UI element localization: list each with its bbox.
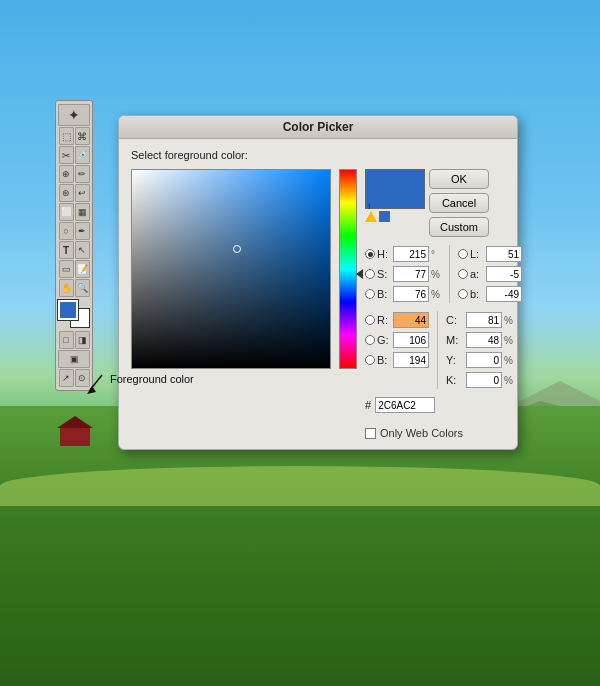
y-input[interactable] bbox=[466, 352, 502, 368]
g-label: G: bbox=[377, 334, 391, 346]
r-input[interactable] bbox=[393, 312, 429, 328]
web-colors-row: Only Web Colors bbox=[365, 423, 522, 439]
b-lab-row: b: bbox=[458, 285, 522, 303]
hue-row: H: ° bbox=[365, 245, 441, 263]
color-field-overlay bbox=[132, 170, 330, 368]
l-label: L: bbox=[470, 248, 484, 260]
tool-type[interactable]: T bbox=[59, 241, 74, 259]
hex-label: # bbox=[365, 399, 371, 411]
rgb-fields: R: G: B: bbox=[365, 311, 429, 389]
c-input[interactable] bbox=[466, 312, 502, 328]
tool-brush[interactable]: ✏ bbox=[75, 165, 90, 183]
b-lab-input[interactable] bbox=[486, 286, 522, 302]
bri-unit: % bbox=[431, 289, 441, 300]
r-radio[interactable] bbox=[365, 315, 375, 325]
tool-standard-mode[interactable]: □ bbox=[59, 331, 74, 349]
tool-row-mode: □ ◨ bbox=[59, 331, 90, 349]
tool-row-1: ⬚ ⌘ bbox=[59, 127, 90, 145]
g-input[interactable] bbox=[393, 332, 429, 348]
y-row: Y: % bbox=[446, 351, 514, 369]
sat-unit: % bbox=[431, 269, 441, 280]
toolbar: ✦ ⬚ ⌘ ✂ 💉 ⊕ ✏ ⊛ ↩ ⬜ ▦ ○ ✒ T ↖ ▭ 📝 ✋ 🔍 □ bbox=[55, 100, 93, 391]
foreground-color-swatch[interactable] bbox=[58, 300, 78, 320]
b-lab-radio[interactable] bbox=[458, 289, 468, 299]
tool-select-direct[interactable]: ↖ bbox=[75, 241, 90, 259]
r-row: R: bbox=[365, 311, 429, 329]
tool-row-6: ○ ✒ bbox=[59, 222, 90, 240]
hex-input[interactable] bbox=[375, 397, 435, 413]
b-rgb-input[interactable] bbox=[393, 352, 429, 368]
bri-input[interactable] bbox=[393, 286, 429, 302]
l-input[interactable] bbox=[486, 246, 522, 262]
custom-button[interactable]: Custom bbox=[429, 217, 489, 237]
barn bbox=[60, 426, 90, 446]
tool-row-8: ▭ 📝 bbox=[59, 260, 90, 278]
hue-radio[interactable] bbox=[365, 249, 375, 259]
right-panel: ! OK Cancel Custom bbox=[365, 169, 522, 439]
gamut-warning: ! bbox=[365, 211, 425, 222]
k-unit: % bbox=[504, 375, 514, 386]
hue-input[interactable] bbox=[393, 246, 429, 262]
hex-row: # bbox=[365, 397, 522, 413]
svg-marker-3 bbox=[87, 386, 96, 394]
tool-row-7: T ↖ bbox=[59, 241, 90, 259]
spectrum-slider[interactable] bbox=[339, 169, 357, 369]
btn-area: OK Cancel Custom bbox=[429, 169, 489, 237]
tool-history[interactable]: ↩ bbox=[75, 184, 90, 202]
fields-section: H: ° S: % B: bbox=[365, 245, 522, 303]
arrow-annotation bbox=[82, 370, 112, 403]
b-radio[interactable] bbox=[365, 355, 375, 365]
sat-input[interactable] bbox=[393, 266, 429, 282]
tool-shape[interactable]: ▭ bbox=[59, 260, 74, 278]
k-row: K: % bbox=[446, 371, 514, 389]
bri-row: B: % bbox=[365, 285, 441, 303]
tool-eyedrop[interactable]: 💉 bbox=[75, 146, 90, 164]
hsb-fields: H: ° S: % B: bbox=[365, 245, 441, 303]
color-field-wrap bbox=[131, 169, 331, 369]
tool-jump-to-imageready[interactable]: ↗ bbox=[59, 369, 74, 387]
bri-radio[interactable] bbox=[365, 289, 375, 299]
a-radio[interactable] bbox=[458, 269, 468, 279]
color-picker-dialog: Color Picker Select foreground color: bbox=[118, 115, 518, 450]
tool-select-rect[interactable]: ⬚ bbox=[59, 127, 74, 145]
web-safe-color-icon[interactable] bbox=[379, 211, 390, 222]
tool-eraser[interactable]: ⬜ bbox=[59, 203, 74, 221]
spectrum-wrap bbox=[339, 169, 357, 439]
tool-feather[interactable]: ✦ bbox=[58, 104, 90, 126]
k-input[interactable] bbox=[466, 372, 502, 388]
a-row: a: bbox=[458, 265, 522, 283]
y-unit: % bbox=[504, 355, 514, 366]
tool-quick-mask[interactable]: ◨ bbox=[75, 331, 90, 349]
tool-select-lasso[interactable]: ⌘ bbox=[75, 127, 90, 145]
tool-zoom[interactable]: 🔍 bbox=[75, 279, 90, 297]
a-label: a: bbox=[470, 268, 484, 280]
m-unit: % bbox=[504, 335, 514, 346]
tool-stamp[interactable]: ⊛ bbox=[59, 184, 74, 202]
dialog-title: Color Picker bbox=[283, 120, 354, 134]
tool-crop[interactable]: ✂ bbox=[59, 146, 74, 164]
m-row: M: % bbox=[446, 331, 514, 349]
sat-radio[interactable] bbox=[365, 269, 375, 279]
cancel-button[interactable]: Cancel bbox=[429, 193, 489, 213]
web-colors-checkbox[interactable] bbox=[365, 428, 376, 439]
m-input[interactable] bbox=[466, 332, 502, 348]
a-input[interactable] bbox=[486, 266, 522, 282]
g-row: G: bbox=[365, 331, 429, 349]
color-field[interactable] bbox=[131, 169, 331, 369]
tool-hand[interactable]: ✋ bbox=[59, 279, 74, 297]
tool-dodge[interactable]: ○ bbox=[59, 222, 74, 240]
lab-fields: L: a: b: bbox=[458, 245, 522, 303]
tool-pen[interactable]: ✒ bbox=[75, 222, 90, 240]
tool-notes[interactable]: 📝 bbox=[75, 260, 90, 278]
tool-heal[interactable]: ⊕ bbox=[59, 165, 74, 183]
b-label: B: bbox=[377, 354, 391, 366]
ok-button[interactable]: OK bbox=[429, 169, 489, 189]
g-radio[interactable] bbox=[365, 335, 375, 345]
c-row: C: % bbox=[446, 311, 514, 329]
foreground-label: Foreground color bbox=[110, 373, 194, 385]
k-label: K: bbox=[446, 374, 464, 386]
tool-screen-mode[interactable]: ▣ bbox=[58, 350, 90, 368]
tool-gradient[interactable]: ▦ bbox=[75, 203, 90, 221]
l-radio[interactable] bbox=[458, 249, 468, 259]
color-swatches[interactable] bbox=[58, 300, 90, 328]
